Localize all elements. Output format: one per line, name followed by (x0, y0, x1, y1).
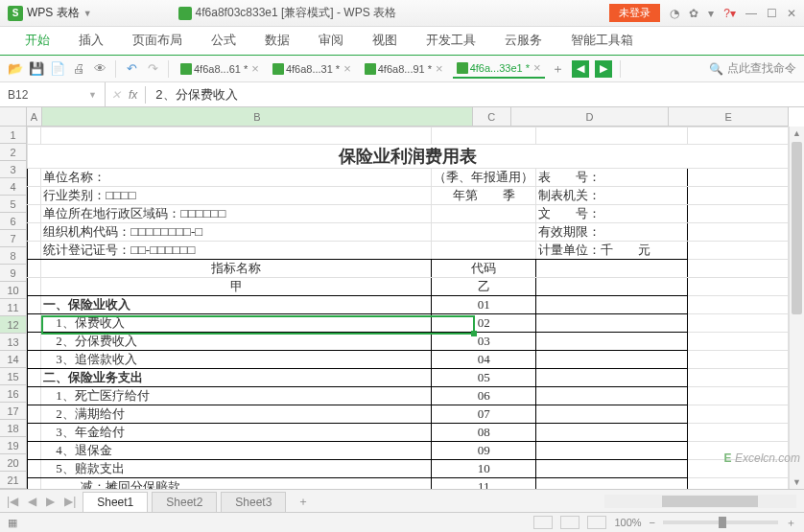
cell[interactable]: 文 号： (536, 205, 688, 223)
cell[interactable]: 乙 (432, 278, 536, 296)
cell[interactable] (28, 205, 41, 223)
row-header-7[interactable]: 7 (0, 230, 26, 247)
cell[interactable] (536, 296, 688, 314)
cell[interactable] (28, 405, 41, 424)
cell[interactable]: 二、保险业务支出 (41, 369, 432, 387)
tab-start[interactable]: 开始 (12, 26, 63, 55)
scroll-down-icon[interactable]: ▼ (790, 475, 804, 489)
cell[interactable] (536, 351, 688, 369)
cell[interactable] (28, 242, 41, 260)
cell[interactable] (536, 369, 688, 387)
cell[interactable] (536, 424, 688, 442)
cell[interactable] (536, 405, 688, 424)
cell[interactable]: 计量单位：千 元 (536, 242, 688, 260)
tab-view[interactable]: 视图 (359, 26, 411, 55)
row-header-10[interactable]: 10 (0, 282, 26, 299)
name-box[interactable]: B12 ▼ (0, 82, 106, 106)
cell[interactable]: 3、年金给付 (41, 424, 432, 442)
row-header-8[interactable]: 8 (0, 247, 26, 265)
cell[interactable] (688, 478, 789, 490)
cell[interactable] (688, 205, 789, 223)
close-icon[interactable]: ✕ (787, 7, 796, 20)
cell[interactable]: 5、赔款支出 (41, 460, 432, 478)
cell[interactable] (688, 242, 789, 260)
close-tab-icon[interactable]: × (343, 61, 351, 76)
row-header-21[interactable]: 21 (0, 472, 26, 489)
cell[interactable]: 2、满期给付 (41, 405, 432, 424)
cell[interactable] (688, 169, 789, 187)
cell[interactable]: 11 (432, 478, 536, 490)
row-header-4[interactable]: 4 (0, 178, 26, 196)
cell[interactable]: 1、保费收入 (41, 314, 432, 333)
export-icon[interactable]: 📄 (50, 61, 65, 77)
app-menu-dropdown-icon[interactable]: ▼ (83, 9, 92, 18)
tab-cloud[interactable]: 云服务 (491, 26, 556, 55)
sheet-nav-prev-icon[interactable]: ◀ (25, 495, 39, 508)
cell[interactable] (688, 351, 789, 369)
zoom-value[interactable]: 100% (614, 517, 641, 528)
col-header-A[interactable]: A (27, 107, 42, 126)
cell[interactable]: 09 (432, 442, 536, 460)
cell[interactable]: 4、退保金 (41, 442, 432, 460)
horizontal-scrollbar[interactable] (604, 495, 796, 508)
cell[interactable] (28, 223, 41, 242)
slider-knob[interactable] (719, 517, 726, 528)
cell[interactable]: 05 (432, 369, 536, 387)
tab-dev[interactable]: 开发工具 (413, 26, 489, 55)
cell[interactable] (688, 387, 789, 405)
tab-insert[interactable]: 插入 (65, 26, 117, 55)
cell[interactable] (28, 187, 41, 205)
cell[interactable] (28, 442, 41, 460)
add-tab-icon[interactable]: ＋ (551, 61, 566, 77)
row-header-3[interactable]: 3 (0, 161, 26, 178)
cell[interactable] (28, 314, 41, 333)
grid[interactable]: 保险业利润费用表单位名称：（季、年报通用）表 号：行业类别：□□□□年第 季制表… (27, 127, 789, 489)
sheet-tab-3[interactable]: Sheet3 (221, 492, 286, 512)
cell[interactable]: 统计登记证号：□□-□□□□□□ (41, 242, 432, 260)
doc-tab-2[interactable]: 4f6a8...31 *× (269, 59, 355, 78)
row-header-15[interactable]: 15 (0, 368, 26, 385)
row-header-18[interactable]: 18 (0, 420, 26, 437)
cell[interactable] (432, 223, 536, 242)
col-header-C[interactable]: C (473, 107, 511, 126)
sheet-nav-next-icon[interactable]: ▶ (43, 495, 58, 508)
view-break-icon[interactable] (587, 516, 606, 529)
row-header-2[interactable]: 2 (0, 144, 26, 161)
row-header-19[interactable]: 19 (0, 437, 26, 454)
minimize-icon[interactable]: — (745, 7, 757, 20)
cell[interactable]: 制表机关： (536, 187, 688, 205)
cell[interactable]: 单位所在地行政区域码：□□□□□□ (41, 205, 432, 223)
cell[interactable]: 04 (432, 351, 536, 369)
cell[interactable] (28, 127, 41, 145)
cell[interactable]: 减：摊回分保赔款 (41, 478, 432, 490)
cell[interactable] (28, 369, 41, 387)
print-icon[interactable]: 🖨 (71, 61, 86, 77)
cloud-icon[interactable]: ◔ (670, 7, 679, 20)
row-header-1[interactable]: 1 (0, 127, 26, 144)
fill-handle-icon[interactable] (471, 331, 477, 336)
sheet-nav-first-icon[interactable]: |◀ (4, 495, 21, 508)
login-button[interactable]: 未登录 (609, 4, 660, 22)
cell[interactable] (536, 478, 688, 490)
sheet-nav-last-icon[interactable]: ▶| (61, 495, 79, 508)
cell[interactable]: 03 (432, 333, 536, 351)
open-icon[interactable]: 📂 (8, 61, 23, 77)
cell[interactable] (28, 424, 41, 442)
cell[interactable] (28, 387, 41, 405)
cell[interactable]: 01 (432, 296, 536, 314)
cell[interactable] (28, 296, 41, 314)
doc-tab-1[interactable]: 4f6a8...61 *× (177, 59, 263, 78)
col-header-D[interactable]: D (511, 107, 670, 126)
row-header-20[interactable]: 20 (0, 454, 26, 472)
row-header-11[interactable]: 11 (0, 299, 26, 316)
cell[interactable]: 02 (432, 314, 536, 333)
add-sheet-icon[interactable]: ＋ (290, 491, 317, 513)
cell[interactable] (536, 333, 688, 351)
skin-icon[interactable]: ▾ (708, 7, 714, 20)
row-header-16[interactable]: 16 (0, 385, 26, 403)
view-page-icon[interactable] (560, 516, 579, 529)
cell[interactable]: （季、年报通用） (432, 169, 536, 187)
preview-icon[interactable]: 👁 (92, 61, 107, 77)
settings-icon[interactable]: ✿ (689, 7, 698, 20)
cell[interactable]: 07 (432, 405, 536, 424)
